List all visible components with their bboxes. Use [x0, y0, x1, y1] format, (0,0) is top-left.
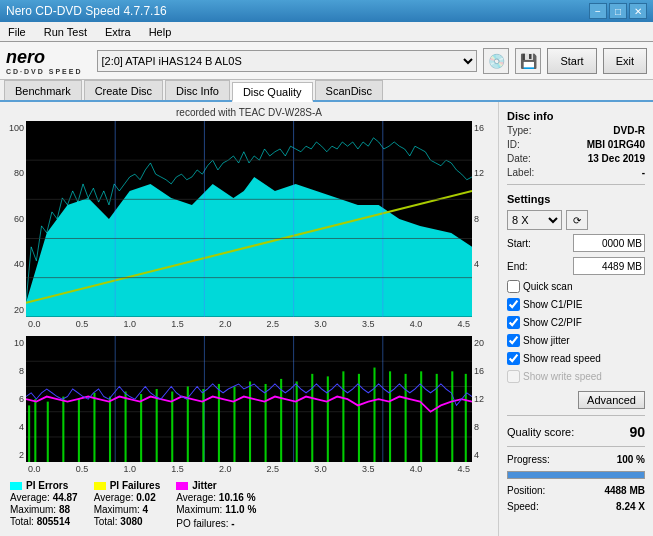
- progress-value: 100 %: [617, 454, 645, 465]
- speed-row: Speed: 8.24 X: [507, 501, 645, 512]
- disc-label-label: Label:: [507, 167, 534, 178]
- svg-rect-39: [342, 371, 344, 462]
- menu-run-test[interactable]: Run Test: [40, 24, 91, 40]
- show-c2pif-label: Show C2/PIF: [523, 317, 582, 328]
- svg-rect-34: [265, 384, 267, 462]
- pi-errors-label: PI Errors: [26, 480, 68, 491]
- jitter-max-value: 11.0 %: [225, 504, 256, 515]
- pi-errors-total-label: Total:: [10, 516, 34, 527]
- sidebar: Disc info Type: DVD-R ID: MBI 01RG40 Dat…: [498, 102, 653, 536]
- pi-errors-avg-label: Average:: [10, 492, 50, 503]
- tab-scan-disc[interactable]: ScanDisc: [315, 80, 383, 100]
- tab-disc-info[interactable]: Disc Info: [165, 80, 230, 100]
- quality-score-row: Quality score: 90: [507, 424, 645, 440]
- quick-scan-checkbox[interactable]: [507, 280, 520, 293]
- advanced-button[interactable]: Advanced: [578, 391, 645, 409]
- date-row: Date: 13 Dec 2019: [507, 153, 645, 164]
- end-input[interactable]: [573, 257, 645, 275]
- divider-3: [507, 446, 645, 447]
- quality-score-label: Quality score:: [507, 426, 574, 438]
- exit-button[interactable]: Exit: [603, 48, 647, 74]
- svg-rect-38: [327, 376, 329, 462]
- svg-rect-21: [62, 396, 64, 462]
- start-input[interactable]: [573, 234, 645, 252]
- minimize-button[interactable]: −: [589, 3, 607, 19]
- pi-errors-color: [10, 482, 22, 490]
- tabs: Benchmark Create Disc Disc Info Disc Qua…: [0, 80, 653, 102]
- svg-rect-25: [125, 391, 127, 462]
- maximize-button[interactable]: □: [609, 3, 627, 19]
- show-c2pif-checkbox[interactable]: [507, 316, 520, 329]
- legend-pi-failures: PI Failures Average: 0.02 Maximum: 4 Tot…: [94, 480, 161, 529]
- show-write-speed-label: Show write speed: [523, 371, 602, 382]
- svg-rect-35: [280, 379, 282, 462]
- start-row: Start:: [507, 234, 645, 252]
- tab-benchmark[interactable]: Benchmark: [4, 80, 82, 100]
- menu-help[interactable]: Help: [145, 24, 176, 40]
- show-c2pif-row: Show C2/PIF: [507, 316, 645, 329]
- svg-rect-43: [405, 374, 407, 462]
- toolbar: nero CD·DVD SPEED [2:0] ATAPI iHAS124 B …: [0, 42, 653, 80]
- disc-label-row: Label: -: [507, 167, 645, 178]
- menubar: File Run Test Extra Help: [0, 22, 653, 42]
- svg-rect-27: [156, 389, 158, 462]
- start-label: Start:: [507, 238, 531, 249]
- id-value: MBI 01RG40: [587, 139, 645, 150]
- disc-label-value: -: [642, 167, 645, 178]
- progress-row: Progress: 100 %: [507, 454, 645, 465]
- chart-header: recorded with TEAC DV-W28S-A: [4, 106, 494, 119]
- tab-create-disc[interactable]: Create Disc: [84, 80, 163, 100]
- show-jitter-row: Show jitter: [507, 334, 645, 347]
- id-label: ID:: [507, 139, 520, 150]
- pi-failures-avg-label: Average:: [94, 492, 134, 503]
- svg-rect-33: [249, 381, 251, 462]
- show-jitter-label: Show jitter: [523, 335, 570, 346]
- disc-icon-button[interactable]: 💿: [483, 48, 509, 74]
- po-failures-value: -: [231, 518, 234, 529]
- progress-label: Progress:: [507, 454, 550, 465]
- jitter-max-label: Maximum:: [176, 504, 222, 515]
- speed-select[interactable]: 8 X: [507, 210, 562, 230]
- show-write-speed-row: Show write speed: [507, 370, 645, 383]
- position-row: Position: 4488 MB: [507, 485, 645, 496]
- show-c1pie-checkbox[interactable]: [507, 298, 520, 311]
- start-button[interactable]: Start: [547, 48, 596, 74]
- show-c1pie-row: Show C1/PIE: [507, 298, 645, 311]
- pi-failures-avg-value: 0.02: [136, 492, 155, 503]
- jitter-color: [176, 482, 188, 490]
- quality-score-value: 90: [629, 424, 645, 440]
- legend-jitter: Jitter Average: 10.16 % Maximum: 11.0 % …: [176, 480, 256, 529]
- svg-rect-32: [233, 386, 235, 462]
- pi-failures-total-label: Total:: [94, 516, 118, 527]
- show-jitter-checkbox[interactable]: [507, 334, 520, 347]
- tab-disc-quality[interactable]: Disc Quality: [232, 82, 313, 102]
- titlebar: Nero CD-DVD Speed 4.7.7.16 − □ ✕: [0, 0, 653, 22]
- show-read-speed-row: Show read speed: [507, 352, 645, 365]
- y-axis-right-2: 20161284: [472, 336, 494, 462]
- end-label: End:: [507, 261, 528, 272]
- svg-rect-31: [218, 384, 220, 462]
- quick-scan-label: Quick scan: [523, 281, 572, 292]
- id-row: ID: MBI 01RG40: [507, 139, 645, 150]
- menu-file[interactable]: File: [4, 24, 30, 40]
- end-row: End:: [507, 257, 645, 275]
- chart1-svg: [26, 121, 472, 317]
- speed-value: 8.24 X: [616, 501, 645, 512]
- chart2-svg: [26, 336, 472, 462]
- logo-nero: nero: [6, 47, 45, 68]
- svg-rect-36: [296, 381, 298, 462]
- svg-rect-26: [140, 394, 142, 462]
- x-axis-2: 0.00.51.01.52.02.53.03.54.04.5: [4, 463, 494, 475]
- pi-failures-total-value: 3080: [120, 516, 142, 527]
- speed-label: Speed:: [507, 501, 539, 512]
- close-button[interactable]: ✕: [629, 3, 647, 19]
- save-icon-button[interactable]: 💾: [515, 48, 541, 74]
- drive-select[interactable]: [2:0] ATAPI iHAS124 B AL0S: [97, 50, 478, 72]
- settings-title: Settings: [507, 193, 645, 205]
- x-axis-1: 0.00.51.01.52.02.53.03.54.04.5: [4, 318, 494, 330]
- legend: PI Errors Average: 44.87 Maximum: 88 Tot…: [4, 477, 494, 532]
- menu-extra[interactable]: Extra: [101, 24, 135, 40]
- settings-icon-button[interactable]: ⟳: [566, 210, 588, 230]
- show-read-speed-checkbox[interactable]: [507, 352, 520, 365]
- svg-rect-18: [28, 405, 30, 462]
